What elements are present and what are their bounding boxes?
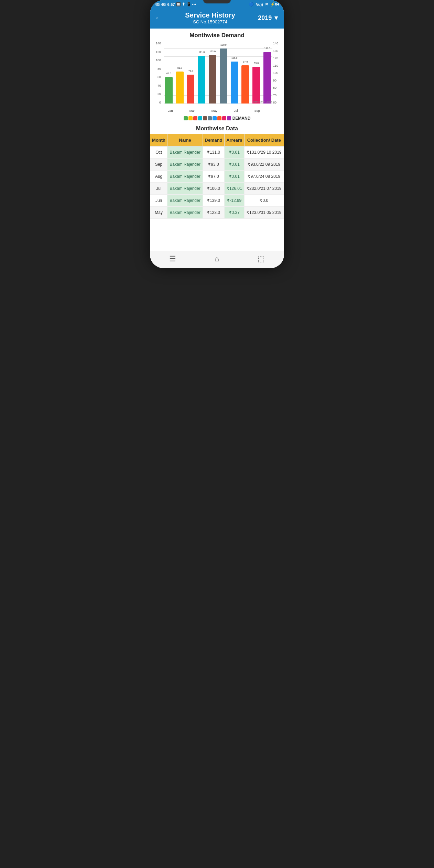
col-name: Name	[167, 134, 203, 147]
cell-month: May	[150, 207, 167, 219]
table-body: OctBakam,Rajender₹131.0₹0.01₹131.0/29 10…	[150, 147, 284, 219]
bottom-nav: ☰ ⌂ ⬚	[150, 251, 284, 268]
page-title: Service History	[162, 11, 258, 19]
bar-value-mar: 73.0	[188, 70, 193, 72]
bar-value-oct: 131.0	[264, 47, 270, 50]
menu-button[interactable]: ☰	[169, 254, 176, 263]
x-axis-labels: Jan Mar May Jul Sep	[164, 109, 272, 112]
dropdown-icon: ▼	[273, 14, 279, 22]
bar-jan: 67.0	[164, 48, 174, 104]
bar-value-jul: 106.0	[231, 57, 238, 59]
bar-feb: 81.0	[175, 48, 185, 104]
year-selector[interactable]: 2019 ▼	[258, 14, 279, 22]
legend-label: DEMAND	[232, 116, 251, 121]
legend-dot-1	[184, 116, 188, 120]
sc-number: SC No.15902774	[162, 19, 258, 24]
table-row: MayBakam,Rajender₹123.0₹0.37₹123.0/31 05…	[150, 207, 284, 219]
chart-title: Monthwise Demand	[152, 32, 282, 39]
cell-name: Bakam,Rajender	[167, 147, 203, 159]
monthwise-table: Month Name Demand Arrears Collection/ Da…	[150, 134, 284, 219]
cell-arrears: ₹0.01	[224, 159, 244, 171]
cell-name: Bakam,Rajender	[167, 183, 203, 195]
bar-jul: 106.0	[229, 48, 240, 104]
legend-dot-8	[217, 116, 221, 120]
y-axis-left: 140 120 100 80 60 40 20 0	[152, 42, 162, 104]
bar-value-sep: 93.0	[254, 62, 259, 64]
legend-colors	[184, 116, 231, 120]
cell-arrears: ₹-12.99	[224, 195, 244, 207]
cell-demand: ₹97.0	[203, 171, 224, 183]
wifi-icon: ≋	[265, 2, 268, 7]
app-header: ← Service History SC No.15902774 2019 ▼	[150, 8, 284, 29]
table-header-row: Month Name Demand Arrears Collection/ Da…	[150, 134, 284, 147]
table-row: AugBakam,Rajender₹97.0₹0.01₹97.0/24 08 2…	[150, 171, 284, 183]
cell-month: Jul	[150, 183, 167, 195]
legend-dot-4	[198, 116, 202, 120]
header-title-block: Service History SC No.15902774	[162, 11, 258, 24]
status-right: 🔵 Vo)) ≋ ⚡84	[249, 2, 279, 7]
table-row: SepBakam,Rajender₹93.0₹0.01₹93.0/22 09 2…	[150, 159, 284, 171]
x-label-mar: Mar	[189, 109, 195, 112]
cell-collection: ₹131.0/29 10 2019	[244, 147, 284, 159]
x-label-jul: Jul	[234, 109, 238, 112]
status-left: 4G 4G 6:57 🔲 ⬆ 📱 •••	[155, 2, 196, 7]
cell-arrears: ₹0.01	[224, 171, 244, 183]
col-collection: Collection/ Date	[244, 134, 284, 147]
cell-demand: ₹93.0	[203, 159, 224, 171]
cell-arrears: ₹0.37	[224, 207, 244, 219]
table-row: OctBakam,Rajender₹131.0₹0.01₹131.0/29 10…	[150, 147, 284, 159]
cell-demand: ₹123.0	[203, 207, 224, 219]
legend-dot-5	[203, 116, 207, 120]
bar-may: 123.0	[207, 48, 218, 104]
phone-frame: 4G 4G 6:57 🔲 ⬆ 📱 ••• 🔵 Vo)) ≋ ⚡84 ← Serv…	[150, 0, 284, 268]
legend-dot-7	[213, 116, 217, 120]
col-arrears: Arrears	[224, 134, 244, 147]
back-button[interactable]: ←	[155, 13, 162, 22]
cell-collection: ₹97.0/24 08 2019	[244, 171, 284, 183]
main-content: Monthwise Demand 140 120 100 80 60 40 20…	[150, 29, 284, 251]
bluetooth-icon: 🔵	[249, 2, 254, 7]
col-demand: Demand	[203, 134, 224, 147]
bar-value-may: 123.0	[209, 50, 216, 53]
bar-value-jan: 67.0	[166, 72, 171, 75]
legend-dot-6	[208, 116, 212, 120]
bar-value-jun: 139.0	[220, 44, 227, 46]
bar-sep: 93.0	[251, 48, 261, 104]
bar-mar: 73.0	[186, 48, 196, 104]
x-label-jan: Jan	[168, 109, 173, 112]
bar-apr: 121.0	[196, 48, 207, 104]
extra-icons: 🔲 ⬆ 📱 •••	[176, 2, 196, 7]
cell-month: Sep	[150, 159, 167, 171]
bar-jun: 139.0	[218, 48, 229, 104]
description-label: Description Label	[253, 100, 272, 103]
table-row: JunBakam,Rajender₹139.0₹-12.99₹0.0	[150, 195, 284, 207]
bar-value-feb: 81.0	[177, 67, 182, 69]
legend-dot-9	[222, 116, 226, 120]
bar-value-apr: 121.0	[199, 51, 205, 53]
x-label-sep: Sep	[254, 109, 260, 112]
table-title: Monthwise Data	[150, 123, 284, 134]
cell-month: Oct	[150, 147, 167, 159]
cell-collection: ₹232.0/21 07 2019	[244, 183, 284, 195]
chart-section: Monthwise Demand 140 120 100 80 60 40 20…	[150, 29, 284, 123]
back-nav-button[interactable]: ⬚	[258, 254, 265, 263]
bars-area: 67.0 81.0 73.0	[164, 48, 272, 104]
col-month: Month	[150, 134, 167, 147]
home-button[interactable]: ⌂	[215, 254, 219, 263]
battery-icon: ⚡84	[270, 2, 279, 7]
cell-arrears: ₹0.01	[224, 147, 244, 159]
cell-demand: ₹139.0	[203, 195, 224, 207]
chart-wrapper: 140 120 100 80 60 40 20 0 140 130 120 11…	[152, 42, 282, 114]
cell-demand: ₹106.0	[203, 183, 224, 195]
cell-name: Bakam,Rajender	[167, 207, 203, 219]
notch	[203, 0, 231, 3]
volte-icon: Vo))	[256, 2, 263, 7]
year-value: 2019	[258, 14, 272, 22]
table-section: Monthwise Data Month Name Demand Arrears…	[150, 123, 284, 219]
legend-dot-2	[188, 116, 193, 120]
cell-collection: ₹123.0/31 05 2019	[244, 207, 284, 219]
cell-arrears: ₹126.01	[224, 183, 244, 195]
table-row: JulBakam,Rajender₹106.0₹126.01₹232.0/21 …	[150, 183, 284, 195]
time: 6:57	[167, 2, 175, 7]
bar-value-aug: 97.0	[243, 61, 248, 63]
